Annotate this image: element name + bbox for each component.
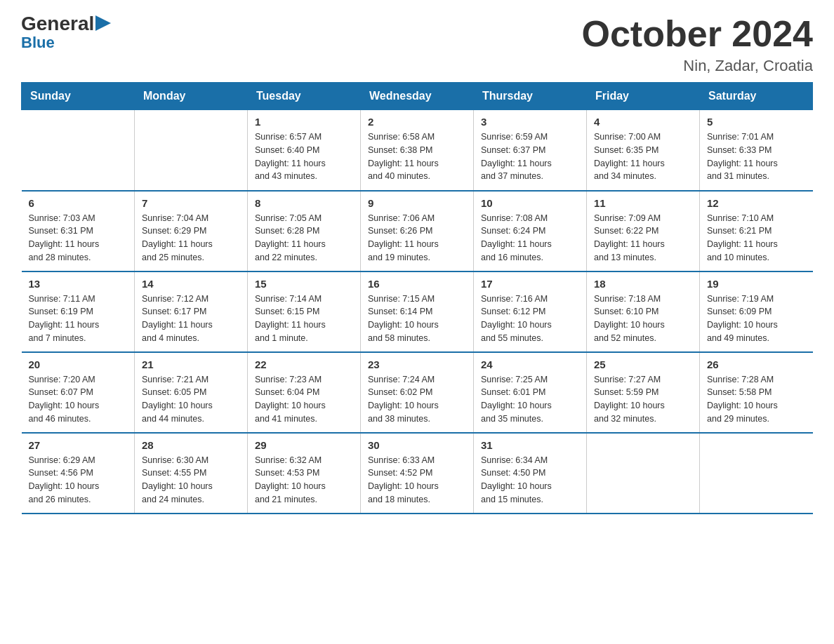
day-number: 23 xyxy=(368,358,466,370)
day-number: 26 xyxy=(707,358,806,370)
calendar-cell: 23Sunrise: 7:24 AMSunset: 6:02 PMDayligh… xyxy=(361,352,474,433)
day-number: 16 xyxy=(368,278,466,290)
calendar-cell: 11Sunrise: 7:09 AMSunset: 6:22 PMDayligh… xyxy=(587,191,700,271)
weekday-header-thursday: Thursday xyxy=(474,83,587,110)
calendar-header: SundayMondayTuesdayWednesdayThursdayFrid… xyxy=(22,83,813,110)
day-number: 25 xyxy=(594,358,692,370)
calendar-cell: 6Sunrise: 7:03 AMSunset: 6:31 PMDaylight… xyxy=(22,191,135,271)
calendar-cell: 3Sunrise: 6:59 AMSunset: 6:37 PMDaylight… xyxy=(474,110,587,191)
day-info: Sunrise: 7:16 AMSunset: 6:12 PMDaylight:… xyxy=(481,293,579,345)
day-number: 19 xyxy=(707,278,806,290)
day-number: 20 xyxy=(29,358,128,370)
calendar-cell: 2Sunrise: 6:58 AMSunset: 6:38 PMDaylight… xyxy=(361,110,474,191)
day-info: Sunrise: 7:18 AMSunset: 6:10 PMDaylight:… xyxy=(594,293,692,345)
page-header: General Blue October 2024 Nin, Zadar, Cr… xyxy=(21,14,813,75)
calendar-cell: 1Sunrise: 6:57 AMSunset: 6:40 PMDaylight… xyxy=(248,110,361,191)
day-info: Sunrise: 7:09 AMSunset: 6:22 PMDaylight:… xyxy=(594,212,692,264)
day-info: Sunrise: 7:10 AMSunset: 6:21 PMDaylight:… xyxy=(707,212,806,264)
day-info: Sunrise: 7:05 AMSunset: 6:28 PMDaylight:… xyxy=(255,212,353,264)
day-number: 13 xyxy=(29,278,128,290)
day-number: 1 xyxy=(255,116,353,128)
calendar-cell: 18Sunrise: 7:18 AMSunset: 6:10 PMDayligh… xyxy=(587,271,700,352)
day-number: 21 xyxy=(142,358,240,370)
day-number: 5 xyxy=(707,116,806,128)
calendar-cell: 30Sunrise: 6:33 AMSunset: 4:52 PMDayligh… xyxy=(361,433,474,514)
day-info: Sunrise: 6:30 AMSunset: 4:55 PMDaylight:… xyxy=(142,454,240,507)
day-info: Sunrise: 7:04 AMSunset: 6:29 PMDaylight:… xyxy=(142,212,240,264)
day-info: Sunrise: 6:59 AMSunset: 6:37 PMDaylight:… xyxy=(481,130,579,183)
day-info: Sunrise: 7:00 AMSunset: 6:35 PMDaylight:… xyxy=(594,130,692,183)
day-number: 7 xyxy=(142,197,240,209)
title-block: October 2024 Nin, Zadar, Croatia xyxy=(582,14,814,75)
weekday-header-row: SundayMondayTuesdayWednesdayThursdayFrid… xyxy=(22,83,813,110)
day-info: Sunrise: 7:14 AMSunset: 6:15 PMDaylight:… xyxy=(255,293,353,345)
day-info: Sunrise: 7:23 AMSunset: 6:04 PMDaylight:… xyxy=(255,373,353,426)
day-number: 29 xyxy=(255,439,353,451)
day-number: 28 xyxy=(142,439,240,451)
day-info: Sunrise: 6:32 AMSunset: 4:53 PMDaylight:… xyxy=(255,454,353,507)
weekday-header-saturday: Saturday xyxy=(700,83,813,110)
calendar-cell: 9Sunrise: 7:06 AMSunset: 6:26 PMDaylight… xyxy=(361,191,474,271)
weekday-header-sunday: Sunday xyxy=(22,83,135,110)
day-number: 22 xyxy=(255,358,353,370)
calendar-cell xyxy=(587,433,700,514)
day-number: 10 xyxy=(481,197,579,209)
day-number: 2 xyxy=(368,116,466,128)
calendar-cell xyxy=(700,433,813,514)
day-info: Sunrise: 7:15 AMSunset: 6:14 PMDaylight:… xyxy=(368,293,466,345)
calendar-week-3: 13Sunrise: 7:11 AMSunset: 6:19 PMDayligh… xyxy=(22,271,813,352)
day-info: Sunrise: 7:19 AMSunset: 6:09 PMDaylight:… xyxy=(707,293,806,345)
calendar-cell: 8Sunrise: 7:05 AMSunset: 6:28 PMDaylight… xyxy=(248,191,361,271)
day-info: Sunrise: 7:11 AMSunset: 6:19 PMDaylight:… xyxy=(29,293,128,345)
day-info: Sunrise: 7:25 AMSunset: 6:01 PMDaylight:… xyxy=(481,373,579,426)
calendar-cell: 29Sunrise: 6:32 AMSunset: 4:53 PMDayligh… xyxy=(248,433,361,514)
weekday-header-wednesday: Wednesday xyxy=(361,83,474,110)
calendar-cell: 16Sunrise: 7:15 AMSunset: 6:14 PMDayligh… xyxy=(361,271,474,352)
day-number: 8 xyxy=(255,197,353,209)
day-number: 17 xyxy=(481,278,579,290)
day-info: Sunrise: 7:27 AMSunset: 5:59 PMDaylight:… xyxy=(594,373,692,426)
calendar-cell: 28Sunrise: 6:30 AMSunset: 4:55 PMDayligh… xyxy=(135,433,248,514)
weekday-header-friday: Friday xyxy=(587,83,700,110)
calendar-cell: 19Sunrise: 7:19 AMSunset: 6:09 PMDayligh… xyxy=(700,271,813,352)
calendar-cell: 22Sunrise: 7:23 AMSunset: 6:04 PMDayligh… xyxy=(248,352,361,433)
calendar-week-4: 20Sunrise: 7:20 AMSunset: 6:07 PMDayligh… xyxy=(22,352,813,433)
calendar-cell: 31Sunrise: 6:34 AMSunset: 4:50 PMDayligh… xyxy=(474,433,587,514)
day-info: Sunrise: 7:03 AMSunset: 6:31 PMDaylight:… xyxy=(29,212,128,264)
day-info: Sunrise: 7:12 AMSunset: 6:17 PMDaylight:… xyxy=(142,293,240,345)
day-info: Sunrise: 7:06 AMSunset: 6:26 PMDaylight:… xyxy=(368,212,466,264)
logo-arrow-icon xyxy=(95,15,111,31)
calendar-table: SundayMondayTuesdayWednesdayThursdayFrid… xyxy=(21,82,813,514)
calendar-cell: 13Sunrise: 7:11 AMSunset: 6:19 PMDayligh… xyxy=(22,271,135,352)
calendar-body: 1Sunrise: 6:57 AMSunset: 6:40 PMDaylight… xyxy=(22,110,813,514)
day-info: Sunrise: 7:21 AMSunset: 6:05 PMDaylight:… xyxy=(142,373,240,426)
calendar-location: Nin, Zadar, Croatia xyxy=(582,57,814,75)
day-number: 6 xyxy=(29,197,128,209)
day-info: Sunrise: 6:58 AMSunset: 6:38 PMDaylight:… xyxy=(368,130,466,183)
day-info: Sunrise: 6:29 AMSunset: 4:56 PMDaylight:… xyxy=(29,454,128,507)
day-info: Sunrise: 6:33 AMSunset: 4:52 PMDaylight:… xyxy=(368,454,466,507)
day-number: 24 xyxy=(481,358,579,370)
logo-blue-text: Blue xyxy=(21,35,55,51)
day-number: 11 xyxy=(594,197,692,209)
weekday-header-tuesday: Tuesday xyxy=(248,83,361,110)
day-number: 18 xyxy=(594,278,692,290)
calendar-cell: 12Sunrise: 7:10 AMSunset: 6:21 PMDayligh… xyxy=(700,191,813,271)
day-number: 31 xyxy=(481,439,579,451)
calendar-cell: 10Sunrise: 7:08 AMSunset: 6:24 PMDayligh… xyxy=(474,191,587,271)
calendar-cell xyxy=(22,110,135,191)
weekday-header-monday: Monday xyxy=(135,83,248,110)
calendar-cell: 15Sunrise: 7:14 AMSunset: 6:15 PMDayligh… xyxy=(248,271,361,352)
day-info: Sunrise: 7:08 AMSunset: 6:24 PMDaylight:… xyxy=(481,212,579,264)
day-info: Sunrise: 6:57 AMSunset: 6:40 PMDaylight:… xyxy=(255,130,353,183)
calendar-cell: 5Sunrise: 7:01 AMSunset: 6:33 PMDaylight… xyxy=(700,110,813,191)
calendar-cell: 7Sunrise: 7:04 AMSunset: 6:29 PMDaylight… xyxy=(135,191,248,271)
day-info: Sunrise: 7:24 AMSunset: 6:02 PMDaylight:… xyxy=(368,373,466,426)
calendar-cell: 27Sunrise: 6:29 AMSunset: 4:56 PMDayligh… xyxy=(22,433,135,514)
day-number: 27 xyxy=(29,439,128,451)
calendar-week-2: 6Sunrise: 7:03 AMSunset: 6:31 PMDaylight… xyxy=(22,191,813,271)
day-number: 15 xyxy=(255,278,353,290)
calendar-cell: 14Sunrise: 7:12 AMSunset: 6:17 PMDayligh… xyxy=(135,271,248,352)
calendar-cell xyxy=(135,110,248,191)
calendar-cell: 4Sunrise: 7:00 AMSunset: 6:35 PMDaylight… xyxy=(587,110,700,191)
